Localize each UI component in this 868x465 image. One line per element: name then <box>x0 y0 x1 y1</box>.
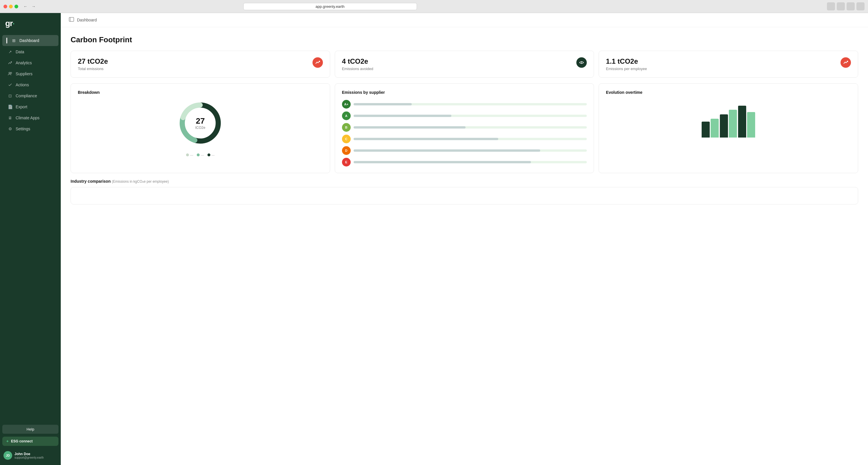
analytics-icon <box>7 60 13 65</box>
industry-section: Industry comparison (Emissions in kgCO₂e… <box>71 179 858 204</box>
browser-btn-4[interactable] <box>857 2 865 10</box>
sidebar-item-dashboard[interactable]: ⊞ Dashboard <box>2 35 58 46</box>
industry-subtitle: (Emissions in kgCO₂e per employee) <box>112 179 169 183</box>
stat-card-emissions: 27 tCO2e Total emissions <box>71 51 330 78</box>
stat-badge-avoided <box>576 57 587 68</box>
nav-arrows: ← → <box>22 3 37 9</box>
stat-card-avoided: 4 tCO2e Emissions avoided <box>335 51 594 78</box>
sidebar-label-data: Data <box>16 50 24 54</box>
supplier-list: A+ A B <box>342 100 587 167</box>
grade-badge-ap: A+ <box>342 100 351 109</box>
stat-info-emissions: 27 tCO2e Total emissions <box>78 57 108 71</box>
sidebar-item-compliance[interactable]: ⊡ Compliance <box>2 91 58 101</box>
industry-title-text: Industry comparison <box>71 179 111 183</box>
esg-icon: ✦ <box>6 439 9 443</box>
supplier-row-ap: A+ <box>342 100 587 109</box>
bar-light-3 <box>747 112 755 138</box>
bar-group-3 <box>738 106 755 138</box>
supplier-row-d: D <box>342 146 587 155</box>
bar-dark-1 <box>702 122 710 138</box>
stat-label-avoided: Emissions avoided <box>342 66 373 71</box>
grade-badge-b: B <box>342 123 351 132</box>
sidebar-item-analytics[interactable]: Analytics <box>2 58 58 68</box>
data-icon: ↗ <box>7 49 13 54</box>
address-bar[interactable]: app.greenly.earth <box>243 3 417 10</box>
help-button[interactable]: Help <box>2 425 58 434</box>
compliance-icon: ⊡ <box>7 93 13 98</box>
bar-fill-a <box>353 115 452 117</box>
chart-card-evolution: Evolution overtime <box>599 83 858 173</box>
sidebar-label-settings: Settings <box>16 126 30 131</box>
donut-unit: tCO2e <box>195 126 206 130</box>
traffic-lights <box>3 5 18 8</box>
bar-light-1 <box>711 119 719 138</box>
actions-icon <box>7 82 13 87</box>
charts-row: Breakdown <box>71 83 858 173</box>
supplier-row-c: C <box>342 135 587 143</box>
dot-3 <box>208 153 210 156</box>
bar-dark-3 <box>738 106 746 138</box>
bar-container-ap <box>353 103 587 106</box>
bar-fill-e <box>353 161 531 163</box>
bar-light-2 <box>729 110 737 138</box>
sidebar: gr● ⊞ Dashboard ↗ Data <box>0 13 61 465</box>
breadcrumb: Dashboard <box>77 18 97 22</box>
dot-item-1: — <box>186 153 193 157</box>
browser-btn-1[interactable] <box>827 2 835 10</box>
donut-dots: — — — <box>186 153 215 157</box>
esg-connect-banner[interactable]: ✦ ESG connect <box>2 437 58 446</box>
active-indicator <box>6 38 7 43</box>
browser-btn-2[interactable] <box>837 2 845 10</box>
browser-btn-3[interactable] <box>846 2 855 10</box>
stat-badge-per-employee <box>840 57 851 68</box>
user-profile[interactable]: JD John Doe support@greenly.earth <box>2 449 58 462</box>
sidebar-item-suppliers[interactable]: Suppliers <box>2 69 58 79</box>
bar-container-a <box>353 115 587 117</box>
climate-apps-icon: 🖥 <box>7 115 13 120</box>
bar-container-e <box>353 161 587 163</box>
sidebar-item-actions[interactable]: Actions <box>2 80 58 90</box>
supplier-row-a: A <box>342 112 587 120</box>
stat-cards: 27 tCO2e Total emissions 4 tCO2e Emissio… <box>71 51 858 78</box>
sidebar-item-climate-apps[interactable]: 🖥 Climate Apps <box>2 113 58 123</box>
bar-container-d <box>353 149 587 152</box>
stat-value-per-employee: 1.1 tCO2e <box>606 57 647 65</box>
maximize-button[interactable] <box>14 5 18 8</box>
sidebar-toggle-icon[interactable] <box>69 17 74 23</box>
dot-item-2: — <box>197 153 204 157</box>
sidebar-item-settings[interactable]: ⚙ Settings <box>2 124 58 134</box>
evolution-title: Evolution overtime <box>606 90 851 95</box>
donut-chart: 27 tCO2e <box>177 100 223 146</box>
logo-dot: ● <box>13 22 14 25</box>
logo-text: gr <box>5 19 13 28</box>
browser-chrome: ← → app.greenly.earth <box>0 0 868 13</box>
avatar: JD <box>3 451 12 460</box>
sidebar-item-export[interactable]: 📄 Export <box>2 101 58 112</box>
sidebar-label-climate-apps: Climate Apps <box>16 116 39 120</box>
bar-container-c <box>353 138 587 140</box>
stat-info-per-employee: 1.1 tCO2e Emissions per employee <box>606 57 647 71</box>
chart-card-suppliers: Emissions by supplier A+ A <box>335 83 594 173</box>
user-info: John Doe support@greenly.earth <box>14 452 44 459</box>
close-button[interactable] <box>3 5 7 8</box>
stat-label-emissions: Total emissions <box>78 66 108 71</box>
stat-info-avoided: 4 tCO2e Emissions avoided <box>342 57 373 71</box>
svg-point-0 <box>9 72 10 74</box>
bar-dark-2 <box>720 114 728 138</box>
comparison-bar-container <box>71 187 858 204</box>
donut-container: 27 tCO2e — — <box>78 100 323 157</box>
main-content: Dashboard Carbon Footprint 27 tCO2e Tota… <box>61 13 868 465</box>
sidebar-label-suppliers: Suppliers <box>16 71 32 76</box>
chart-card-breakdown: Breakdown <box>71 83 330 173</box>
grade-badge-d: D <box>342 146 351 155</box>
stat-value-emissions: 27 tCO2e <box>78 57 108 65</box>
bar-fill-d <box>353 149 540 152</box>
stat-badge-emissions <box>312 57 323 68</box>
back-button[interactable]: ← <box>22 3 29 9</box>
minimize-button[interactable] <box>9 5 13 8</box>
sidebar-item-data[interactable]: ↗ Data <box>2 47 58 57</box>
supplier-row-e: E <box>342 158 587 167</box>
industry-title: Industry comparison (Emissions in kgCO₂e… <box>71 179 858 183</box>
suppliers-title: Emissions by supplier <box>342 90 587 95</box>
forward-button[interactable]: → <box>30 3 37 9</box>
